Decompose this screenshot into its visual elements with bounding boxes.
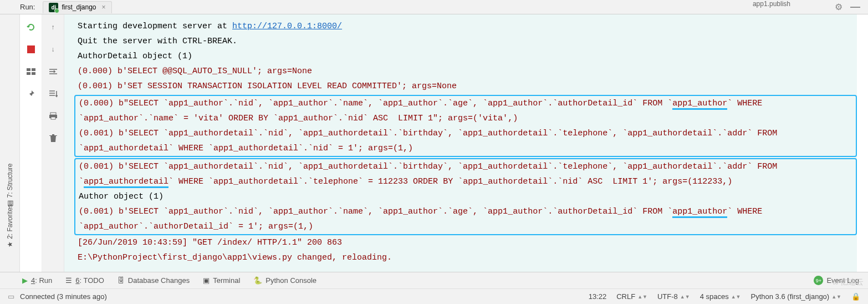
rect-icon[interactable]: ▭ [8,292,14,301]
favorites-tab[interactable]: ★ 2: Favorites [6,204,14,247]
db-changes-tab[interactable]: 🗄Database Changes [118,276,190,285]
highlight-box-2: (0.001) b'SELECT `app1_authordetail`.`ni… [74,158,857,235]
wrap-icon[interactable] [48,67,58,77]
server-url-link[interactable]: http://127.0.0.1:8000/ [232,22,342,31]
run-controls-col2: ↑ ↓ [42,14,64,272]
interpreter-selector[interactable]: Python 3.6 (first_django)▲▼ [751,292,841,301]
run-label: Run: [20,3,35,11]
run-tool-tab[interactable]: ▶4: Run [22,276,52,285]
python-console-tab[interactable]: 🐍Python Console [253,276,316,285]
gear-icon[interactable]: ⚙ [835,2,843,12]
print-icon[interactable] [48,111,58,121]
run-toolbar: Run: dj first_django × ⚙ — [0,0,868,14]
status-connected: Connected (3 minutes ago) [20,292,107,301]
line-sep-selector[interactable]: CRLF▲▼ [616,292,647,301]
run-tab-label: first_django [62,3,96,11]
run-controls-col1 [20,14,42,272]
top-stub: app1.publish [753,0,790,8]
svg-rect-4 [32,72,35,75]
structure-tab[interactable]: ▤ 7: Structure [6,163,14,206]
up-icon[interactable]: ↑ [48,22,58,32]
trash-icon[interactable] [48,133,58,143]
notification-badge: 9+ [814,276,823,285]
lock-icon[interactable]: 🔒 [851,292,860,301]
run-tab[interactable]: dj first_django × [43,1,111,13]
rerun-icon[interactable] [26,22,36,32]
terminal-tab[interactable]: ▣Terminal [203,276,240,285]
svg-rect-0 [27,45,35,53]
layout-icon[interactable] [26,67,36,77]
highlight-box-1: (0.000) b"SELECT `app1_author`.`nid`, `a… [74,95,857,157]
django-icon: dj [49,3,58,12]
bottom-toolbar: ▶4: Run ☰6: TODO 🗄Database Changes ▣Term… [0,272,868,288]
svg-rect-1 [27,68,30,71]
left-sidebar: ▤ 7: Structure ★ 2: Favorites [0,14,20,272]
close-icon[interactable]: × [102,3,106,11]
minimize-icon[interactable]: — [850,1,860,13]
scroll-icon[interactable] [48,89,58,99]
pin-icon[interactable] [26,89,36,99]
svg-rect-2 [32,68,35,71]
encoding-selector[interactable]: UTF-8▲▼ [657,292,690,301]
watermark: ∞亿速云 [833,277,864,287]
status-bar: ▭ Connected (3 minutes ago) 13:22 CRLF▲▼… [0,288,868,304]
svg-rect-5 [50,113,56,115]
svg-rect-7 [51,117,55,119]
status-time: 13:22 [589,292,607,301]
console-output[interactable]: Starting development server at http://12… [64,14,857,272]
svg-rect-3 [27,72,30,75]
todo-tool-tab[interactable]: ☰6: TODO [65,276,104,285]
down-icon[interactable]: ↓ [48,44,58,54]
stop-icon[interactable] [26,44,36,54]
indent-selector[interactable]: 4 spaces▲▼ [700,292,741,301]
